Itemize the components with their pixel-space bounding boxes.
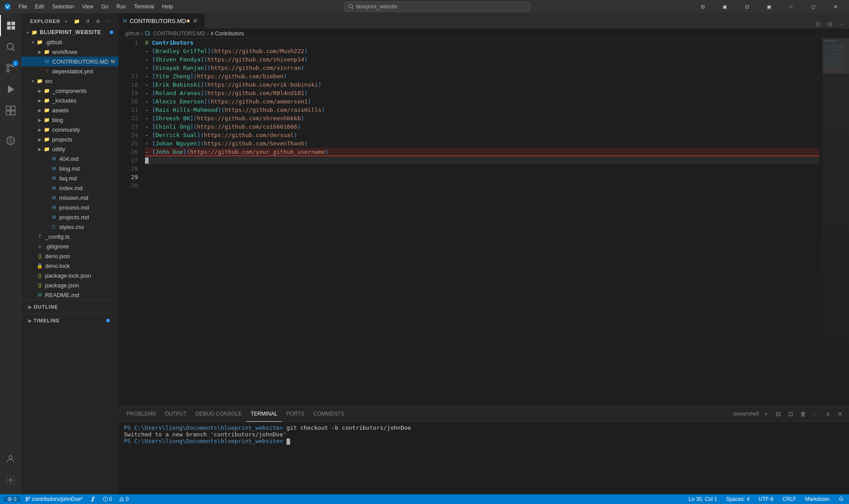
status-line-ending[interactable]: CRLF [780,496,798,502]
sidebar-item-mission[interactable]: ▶ M mission.md [21,193,119,202]
activity-explorer[interactable] [0,15,21,36]
new-file-btn[interactable]: + [62,17,71,26]
menu-help[interactable]: Help [159,3,177,11]
sidebar-item-package-json[interactable]: ▶ {} package.json [21,280,119,290]
sidebar-item-styles[interactable]: ▶ C styles.css [21,222,119,232]
panel-trash-btn[interactable]: 🗑 [798,409,808,419]
status-warnings[interactable]: 0 [117,496,130,502]
status-sync[interactable] [88,496,97,502]
menu-selection[interactable]: Selection [49,3,77,11]
menu-terminal[interactable]: Terminal [130,3,157,11]
outline-header[interactable]: ▶ OUTLINE [21,302,119,312]
editor-more-btn[interactable]: ··· [837,19,845,28]
sidebar-root[interactable]: ▾ 📁 BLUEPRINT_WEBSITE [21,27,119,37]
sidebar-item-utility[interactable]: ▶ 📁 utility [21,144,119,154]
sidebar-item-gitignore[interactable]: ▶ ◆ .gitignore [21,241,119,251]
collapse-btn[interactable]: ⊖ [94,17,103,26]
panel-tab-output[interactable]: OUTPUT [161,406,191,422]
utility-arrow: ▶ [36,145,43,153]
panel-tab-debug[interactable]: DEBUG CONSOLE [191,406,246,422]
activity-search[interactable] [0,36,21,57]
panel-tab-problems[interactable]: PROBLEMS [122,406,161,422]
editor-layout-btn[interactable]: ⊡ [814,19,822,28]
status-spaces[interactable]: Spaces: 4 [724,496,751,502]
activity-extensions[interactable] [0,100,21,121]
menu-go[interactable]: Go [98,3,112,11]
menu-edit[interactable]: Edit [31,3,48,11]
layout-btn[interactable]: ⊟ [692,0,713,13]
sidebar-item-workflows[interactable]: ▶ 📁 workflows [21,47,119,57]
sidebar-item-assets[interactable]: ▶ 📁 assets [21,105,119,115]
panel-add-terminal[interactable]: + [761,409,771,419]
menu-file[interactable]: File [15,3,31,11]
minimize-btn[interactable]: ─ [781,0,801,13]
panel-layout-btn[interactable]: ⊡ [785,409,796,419]
sidebar-item-dependabot[interactable]: ▶ ! dependabot.yml [21,66,119,76]
new-folder-btn[interactable]: 📁 [73,17,81,26]
terminal-content[interactable]: PS C:\Users\liong\Documents\blueprint_we… [119,422,849,494]
panel-maximize-btn[interactable]: ∧ [822,409,833,419]
panel-tab-terminal[interactable]: TERMINAL [246,406,282,422]
panel-close-btn[interactable]: ✕ [835,409,845,419]
sidebar-item-projects-md[interactable]: ▶ M projects.md [21,212,119,222]
sidebar-item-blog[interactable]: ▶ 📁 blog [21,115,119,125]
app-icon [4,3,11,11]
activity-run[interactable] [0,79,21,100]
breadcrumb-github[interactable]: .github [124,31,140,37]
sidebar-item-404[interactable]: ▶ M 404.md [21,154,119,164]
contributors-label: CONTRIBUTORS.MD [52,58,109,65]
panel-tab-comments[interactable]: COMMENTS [309,406,349,422]
global-search[interactable]: blueprint_website [344,2,530,11]
sidebar-item-includes[interactable]: ▶ 📁 _includes [21,95,119,105]
sidebar-item-deno-lock[interactable]: ▶ 🔒 deno.lock [21,261,119,271]
tab-close-btn[interactable]: ✕ [191,16,200,25]
status-notifications[interactable] [837,496,845,502]
status-branch-label: contributors/johnDoe* [32,496,83,502]
sidebar-item-src[interactable]: ▾ 📁 src [21,76,119,86]
status-language[interactable]: Markdown [803,496,831,502]
panel-split-terminal[interactable]: ⊟ [773,409,784,419]
menu-view[interactable]: View [78,3,97,11]
sidebar-item-readme[interactable]: ▶ M README.md [21,290,119,300]
activity-source-control[interactable]: 1 [0,57,21,79]
status-cursor[interactable]: Ln 30, Col 1 [687,496,719,502]
more-actions-btn[interactable]: ··· [104,17,113,26]
code-line-23: - [Alexis Emerson](https://github.com/ae… [145,97,819,106]
sidebar-item-tsconfig[interactable]: ▶ T _config.ts [21,232,119,241]
tab-contributors[interactable]: M CONTRIBUTORS.MD ● ✕ [119,13,205,28]
restore-btn[interactable]: ◻ [803,0,823,13]
activity-account[interactable] [0,448,21,470]
sidebar-item-projects[interactable]: ▶ 📁 projects [21,134,119,144]
timeline-header[interactable]: ▶ TIMELINE [21,316,119,325]
sidebar-item-process[interactable]: ▶ M process.md [21,202,119,212]
panel-toggle[interactable]: ▣ [759,0,779,13]
package-lock-icon: {} [36,272,43,279]
sidebar-item-contributors[interactable]: ▶ M CONTRIBUTORS.MD M [21,57,119,66]
status-remote[interactable]: 0 [4,496,20,502]
sidebar-item-components[interactable]: ▶ 📁 _components [21,86,119,95]
activity-remote[interactable] [0,130,21,151]
menu-run[interactable]: Run [113,3,130,11]
split-editor[interactable]: ⊡ [737,0,757,13]
sidebar-toggle[interactable]: ▣ [715,0,735,13]
activity-settings[interactable] [0,470,21,491]
panel-tab-ports[interactable]: PORTS [282,406,309,422]
breadcrumb-file[interactable]: CONTRIBUTORS.MD [145,31,205,37]
sidebar-item-blog-md[interactable]: ▶ M blog.md [21,164,119,173]
status-encoding[interactable]: UTF-8 [757,496,775,502]
sidebar-item-community[interactable]: ▶ 📁 community [21,125,119,134]
breadcrumb-section[interactable]: # Contributors [210,31,244,37]
svg-marker-7 [8,85,14,93]
status-errors[interactable]: 0 [101,496,114,502]
close-btn[interactable]: ✕ [825,0,845,13]
sidebar-item-github[interactable]: ▾ 📁 .github [21,37,119,47]
sidebar-item-package-lock[interactable]: ▶ {} package-lock.json [21,271,119,280]
status-branch[interactable]: contributors/johnDoe* [23,496,84,502]
code-editor[interactable]: # Contributors - [Bradley Griffel](https… [142,38,822,406]
sidebar-item-deno-json[interactable]: ▶ {} deno.json [21,251,119,261]
panel-more-btn[interactable]: ··· [810,409,821,419]
sidebar-item-index[interactable]: ▶ M index.md [21,183,119,193]
sidebar-item-faq[interactable]: ▶ M faq.md [21,173,119,183]
editor-split-btn[interactable]: ⊟ [825,19,834,28]
refresh-btn[interactable]: ↺ [83,17,92,26]
